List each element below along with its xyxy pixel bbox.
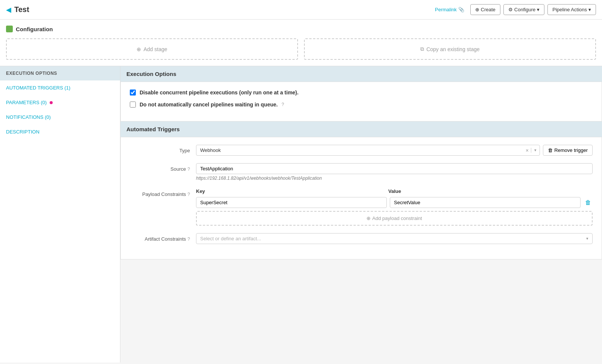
source-wrapper: https://192.168.1.82/api/v1/webhooks/web… (196, 163, 593, 181)
page-title: Test (14, 5, 435, 14)
sidebar-item-automated-triggers[interactable]: AUTOMATED TRIGGERS (1) (0, 80, 120, 95)
execution-options-body: Disable concurrent pipeline executions (… (120, 82, 602, 121)
automated-triggers-section: Automated Triggers Type Webhook × ▾ (120, 121, 602, 259)
disable-concurrent-checkbox[interactable] (130, 89, 136, 96)
copy-stage-button[interactable]: ⧉ Copy an existing stage (304, 38, 596, 60)
no-cancel-checkbox[interactable] (130, 102, 136, 108)
add-payload-constraint-button[interactable]: ⊕ Add payload constraint (196, 211, 593, 226)
config-header: Configuration (6, 26, 596, 32)
gear-icon: ⚙ (508, 7, 513, 12)
source-label: Source ? (130, 163, 190, 172)
payload-content: Key Value 🗑 ⊕ (196, 188, 593, 226)
back-icon[interactable]: ◀ (6, 6, 11, 14)
main-content: EXECUTION OPTIONS AUTOMATED TRIGGERS (1)… (0, 66, 602, 362)
sidebar-header: EXECUTION OPTIONS (0, 66, 120, 80)
add-constraint-icon: ⊕ (366, 215, 371, 221)
sidebar-item-description[interactable]: DESCRIPTION (0, 124, 120, 139)
nav-actions: Permalink 📎 ⊕ Create ⚙ Configure ▾ Pipel… (435, 4, 596, 15)
no-cancel-label: Do not automatically cancel pipelines wa… (140, 102, 278, 108)
configure-button[interactable]: ⚙ Configure ▾ (503, 4, 544, 15)
source-url: https://192.168.1.82/api/v1/webhooks/web… (196, 176, 593, 181)
trash-payload-icon: 🗑 (585, 199, 591, 206)
execution-options-header: Execution Options (120, 66, 602, 82)
pipeline-actions-chevron: ▾ (588, 7, 591, 12)
artifact-select[interactable]: Select or define an artifact... ▾ (196, 233, 593, 244)
payload-constraints-row: Payload Constraints ? Key Value (130, 188, 593, 226)
source-input[interactable] (196, 163, 593, 174)
artifact-help-icon: ? (187, 237, 190, 242)
payload-key-input[interactable] (196, 197, 387, 208)
permalink-label: Permalink (435, 7, 457, 12)
remove-trigger-button[interactable]: 🗑 Remove trigger (543, 145, 593, 156)
add-stage-button[interactable]: ⊕ Add stage (6, 38, 298, 60)
content-area: Execution Options Disable concurrent pip… (120, 66, 602, 362)
disable-concurrent-label: Disable concurrent pipeline executions (… (140, 89, 298, 96)
plus-icon: ⊕ (475, 7, 479, 12)
payload-constraints-label: Payload Constraints ? (130, 188, 190, 197)
delete-payload-button[interactable]: 🗑 (584, 198, 593, 208)
payload-row: 🗑 (196, 197, 593, 208)
config-section: Configuration ⊕ Add stage ⧉ Copy an exis… (0, 20, 602, 66)
top-nav: ◀ Test Permalink 📎 ⊕ Create ⚙ Configure … (0, 0, 602, 20)
copy-stage-icon: ⧉ (420, 46, 424, 52)
sidebar: EXECUTION OPTIONS AUTOMATED TRIGGERS (1)… (0, 66, 120, 362)
type-label: Type (130, 145, 190, 153)
notification-dot (50, 101, 53, 104)
automated-triggers-header: Automated Triggers (120, 121, 602, 137)
payload-headers: Key Value (196, 188, 593, 194)
no-cancel-help-icon: ? (281, 102, 284, 107)
automated-triggers-body: Type Webhook × ▾ 🗑 Remove trigger (120, 137, 602, 259)
key-header: Key (196, 188, 382, 194)
config-icon (6, 26, 13, 32)
share-icon: 📎 (458, 7, 464, 12)
source-help-icon: ? (187, 167, 190, 172)
type-input-group: Webhook × ▾ 🗑 Remove trigger (196, 145, 593, 156)
type-select[interactable]: Webhook × ▾ (196, 145, 540, 156)
artifact-constraints-row: Artifact Constraints ? Select or define … (130, 233, 593, 244)
artifact-placeholder: Select or define an artifact... (196, 234, 582, 244)
type-row: Type Webhook × ▾ 🗑 Remove trigger (130, 145, 593, 156)
payload-help-icon: ? (187, 192, 190, 197)
configure-chevron: ▾ (537, 7, 540, 12)
permalink-link[interactable]: Permalink 📎 (435, 7, 464, 12)
create-button[interactable]: ⊕ Create (470, 4, 500, 15)
sidebar-item-notifications[interactable]: NOTIFICATIONS (0) (0, 110, 120, 124)
stage-buttons: ⊕ Add stage ⧉ Copy an existing stage (6, 38, 596, 60)
type-clear-icon[interactable]: × (523, 147, 531, 153)
artifact-constraints-label: Artifact Constraints ? (130, 233, 190, 242)
source-row: Source ? https://192.168.1.82/api/v1/web… (130, 163, 593, 181)
payload-value-input[interactable] (390, 197, 581, 208)
sidebar-item-parameters[interactable]: PARAMETERS (0) (0, 95, 120, 110)
pipeline-actions-button[interactable]: Pipeline Actions ▾ (547, 4, 596, 15)
artifact-arrow-icon: ▾ (582, 236, 592, 241)
execution-options-section: Execution Options Disable concurrent pip… (120, 66, 602, 121)
config-title: Configuration (16, 26, 53, 32)
value-header: Value (388, 188, 575, 194)
type-arrow-icon[interactable]: ▾ (531, 148, 540, 153)
type-select-value: Webhook (196, 145, 523, 155)
trash-icon: 🗑 (548, 147, 553, 153)
disable-concurrent-row: Disable concurrent pipeline executions (… (130, 89, 593, 96)
add-stage-icon: ⊕ (137, 46, 141, 52)
no-cancel-row: Do not automatically cancel pipelines wa… (130, 102, 593, 108)
